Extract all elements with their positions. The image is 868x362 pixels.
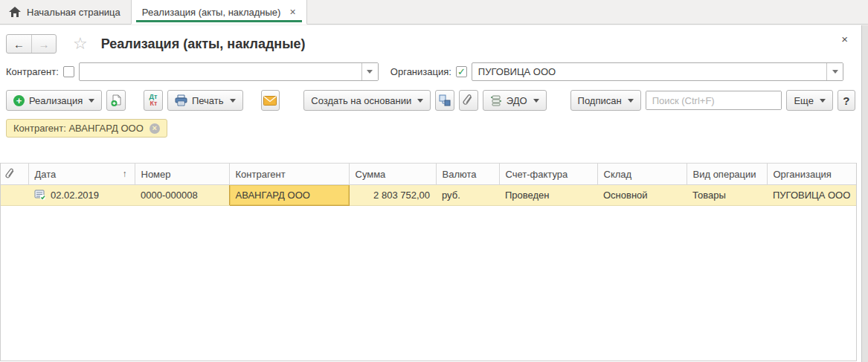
column-invoice[interactable]: Счет-фактура	[499, 164, 597, 185]
column-warehouse[interactable]: Склад	[597, 164, 687, 185]
copy-document-icon	[110, 94, 123, 107]
organization-dropdown-button[interactable]	[826, 63, 843, 80]
counterparty-dropdown-button[interactable]	[361, 63, 378, 80]
cell-operation[interactable]: Товары	[687, 185, 767, 206]
tab-sales-label: Реализация (акты, накладные)	[142, 7, 281, 18]
counterparty-input[interactable]	[80, 63, 361, 80]
chevron-down-icon	[230, 99, 236, 103]
dtkt-icon: Дт Кт	[150, 94, 158, 107]
cell-currency[interactable]: руб.	[436, 185, 499, 206]
attachments-button[interactable]	[459, 90, 478, 111]
cell-invoice[interactable]: Проведен	[499, 185, 597, 206]
tab-bar: Начальная страница Реализация (акты, нак…	[0, 0, 868, 25]
history-nav: ← →	[6, 34, 57, 54]
create-sale-button[interactable]: + Реализация	[6, 90, 102, 111]
tab-home-label: Начальная страница	[27, 7, 120, 18]
column-number[interactable]: Номер	[135, 164, 229, 185]
form-close-icon[interactable]: ×	[841, 33, 848, 45]
column-operation[interactable]: Вид операции	[687, 164, 767, 185]
chevron-down-icon	[832, 70, 838, 74]
organization-filter-label: Организация:	[390, 66, 451, 77]
remove-filter-icon[interactable]: ×	[150, 123, 160, 134]
filter-row: Контрагент: Организация: ✓	[0, 59, 861, 85]
print-button[interactable]: Печать	[167, 90, 243, 111]
paperclip-icon	[5, 168, 16, 180]
copy-document-button[interactable]	[106, 90, 126, 111]
chevron-down-icon	[628, 99, 634, 103]
more-button[interactable]: Еще	[786, 90, 832, 111]
active-filters-row: Контрагент: АВАНГАРД ООО ×	[0, 117, 861, 142]
column-organization[interactable]: Организация	[767, 164, 856, 185]
dtkt-postings-button[interactable]: Дт Кт	[144, 90, 163, 111]
tab-close-icon[interactable]: ×	[289, 7, 295, 17]
create-based-on-button[interactable]: Создать на основании	[303, 90, 431, 111]
edo-icon	[490, 95, 502, 106]
title-row: ← → ☆ Реализация (акты, накладные) ×	[0, 25, 861, 59]
check-icon: ✓	[457, 67, 466, 77]
search-box: ×	[646, 91, 782, 110]
column-currency[interactable]: Валюта	[436, 164, 499, 185]
envelope-icon	[263, 96, 277, 106]
documents-table: Дата↑ Номер Контрагент Сумма Валюта Счет…	[1, 163, 856, 206]
cell-number[interactable]: 0000-000008	[135, 185, 229, 206]
chevron-down-icon	[820, 99, 826, 103]
cell-attachments[interactable]	[1, 185, 28, 206]
column-counterparty[interactable]: Контрагент	[229, 164, 349, 185]
back-button[interactable]: ←	[7, 35, 31, 53]
print-label: Печать	[192, 95, 224, 106]
signed-label: Подписан	[578, 95, 622, 106]
organization-combo	[472, 62, 843, 81]
cell-counterparty[interactable]: АВАНГАРД ООО	[229, 185, 349, 206]
related-documents-icon	[439, 94, 451, 106]
search-input[interactable]	[646, 91, 782, 109]
cell-sum[interactable]: 2 803 752,00	[349, 185, 436, 206]
grid-empty-area[interactable]	[1, 206, 856, 361]
chevron-down-icon	[417, 99, 423, 103]
counterparty-combo	[79, 62, 379, 81]
signed-filter-button[interactable]: Подписан	[570, 90, 641, 111]
counterparty-filter-label: Контрагент:	[6, 66, 59, 77]
chevron-down-icon	[533, 99, 539, 103]
tab-sales[interactable]: Реализация (акты, накладные) ×	[131, 0, 307, 25]
help-button[interactable]: ?	[838, 90, 855, 111]
column-date[interactable]: Дата↑	[28, 164, 135, 185]
page-title: Реализация (акты, накладные)	[101, 36, 306, 52]
edo-button[interactable]: ЭДО	[483, 90, 547, 111]
plus-icon: +	[13, 95, 25, 106]
app-window: Начальная страница Реализация (акты, нак…	[0, 0, 868, 362]
window-scrollbar-strip[interactable]	[861, 25, 868, 362]
edo-label: ЭДО	[507, 95, 527, 106]
posted-document-icon	[34, 190, 46, 201]
counterparty-checkbox[interactable]	[63, 66, 74, 77]
column-sum[interactable]: Сумма	[349, 164, 436, 185]
organization-input[interactable]	[472, 63, 826, 80]
cell-date[interactable]: 02.02.2019	[28, 185, 135, 206]
forward-button[interactable]: →	[31, 35, 56, 53]
related-documents-button[interactable]	[435, 90, 454, 111]
sort-asc-icon: ↑	[123, 169, 127, 179]
send-email-button[interactable]	[261, 90, 280, 111]
favorite-star-icon[interactable]: ☆	[73, 36, 88, 52]
table-header-row: Дата↑ Номер Контрагент Сумма Валюта Счет…	[1, 164, 856, 185]
create-based-on-label: Создать на основании	[311, 95, 411, 106]
more-label: Еще	[794, 95, 813, 106]
cell-organization[interactable]: ПУГОВИЦА ООО	[767, 185, 856, 206]
paperclip-icon	[463, 94, 474, 106]
organization-checkbox[interactable]: ✓	[456, 66, 467, 77]
toolbar: + Реализация Дт Кт Печать	[0, 85, 861, 117]
filter-tag-label: Контрагент: АВАНГАРД ООО	[13, 123, 144, 134]
chevron-down-icon	[367, 70, 373, 74]
printer-icon	[175, 94, 187, 106]
sales-list-form: ← → ☆ Реализация (акты, накладные) × Кон…	[0, 25, 861, 362]
table-row[interactable]: 02.02.2019 0000-000008 АВАНГАРД ООО 2 80…	[1, 185, 856, 206]
home-icon	[9, 7, 21, 17]
column-attachments[interactable]	[1, 164, 28, 185]
counterparty-filter-tag[interactable]: Контрагент: АВАНГАРД ООО ×	[6, 119, 167, 138]
cell-warehouse[interactable]: Основной	[597, 185, 687, 206]
tab-home[interactable]: Начальная страница	[0, 0, 131, 24]
documents-grid: Дата↑ Номер Контрагент Сумма Валюта Счет…	[0, 163, 857, 361]
chevron-down-icon	[89, 99, 94, 103]
create-sale-label: Реализация	[29, 95, 83, 106]
